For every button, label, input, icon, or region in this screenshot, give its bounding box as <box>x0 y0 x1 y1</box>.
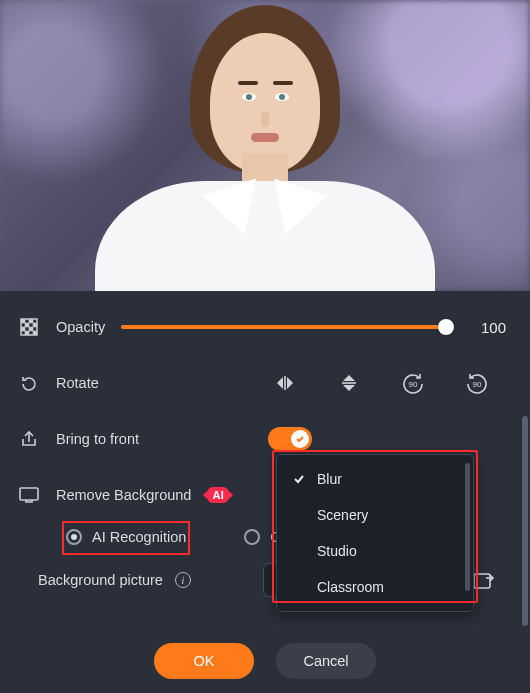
svg-rect-8 <box>33 331 37 335</box>
opacity-icon <box>18 318 40 336</box>
panel-scrollbar[interactable] <box>522 298 528 628</box>
cancel-button[interactable]: Cancel <box>276 643 376 679</box>
svg-rect-14 <box>474 574 490 588</box>
rotate-right-90-icon[interactable]: 90 <box>462 368 492 398</box>
svg-rect-13 <box>20 488 38 500</box>
rotate-row: Rotate 90 90 <box>18 355 512 411</box>
svg-rect-4 <box>33 323 37 327</box>
radio-ai-recognition[interactable]: AI Recognition <box>66 529 186 545</box>
svg-rect-7 <box>25 331 29 335</box>
rotate-left-90-icon[interactable]: 90 <box>398 368 428 398</box>
dialog-footer: OK Cancel <box>0 643 530 679</box>
dropdown-item-label: Classroom <box>317 579 384 595</box>
dropdown-item-classroom[interactable]: Classroom <box>277 569 473 605</box>
dropdown-item-label: Studio <box>317 543 357 559</box>
opacity-row: Opacity 100 <box>18 299 512 355</box>
rotate-label: Rotate <box>56 375 99 391</box>
dropdown-item-studio[interactable]: Studio <box>277 533 473 569</box>
dropdown-item-scenery[interactable]: Scenery <box>277 497 473 533</box>
flip-vertical-icon[interactable] <box>334 368 364 398</box>
svg-rect-5 <box>21 327 25 331</box>
ai-badge: AI <box>207 487 229 503</box>
ok-button-label: OK <box>194 653 215 669</box>
svg-rect-3 <box>25 323 29 327</box>
rotate-icon <box>18 374 40 392</box>
info-icon[interactable]: i <box>175 572 191 588</box>
subject-portrait <box>115 21 415 291</box>
svg-rect-1 <box>21 319 25 323</box>
remove-background-label: Remove Background <box>56 487 191 503</box>
cancel-button-label: Cancel <box>303 653 348 669</box>
remove-background-icon <box>18 487 40 503</box>
video-preview <box>0 0 530 291</box>
bring-to-front-toggle[interactable] <box>268 427 312 451</box>
svg-rect-10 <box>342 382 356 384</box>
svg-rect-2 <box>29 319 33 323</box>
svg-text:90: 90 <box>473 380 482 389</box>
dropdown-scrollbar[interactable] <box>465 463 470 591</box>
dropdown-item-blur[interactable]: Blur <box>277 461 473 497</box>
bring-to-front-icon <box>18 430 40 448</box>
opacity-label: Opacity <box>56 319 105 335</box>
background-picture-label: Background picture <box>38 572 163 588</box>
svg-rect-6 <box>29 327 33 331</box>
toggle-knob <box>291 430 309 448</box>
bring-to-front-label: Bring to front <box>56 431 139 447</box>
radio-ai-recognition-label: AI Recognition <box>92 529 186 545</box>
opacity-slider[interactable] <box>121 325 446 329</box>
flip-horizontal-icon[interactable] <box>270 368 300 398</box>
opacity-value: 100 <box>462 319 512 336</box>
dropdown-item-label: Blur <box>317 471 342 487</box>
svg-text:90: 90 <box>409 380 418 389</box>
check-icon <box>291 473 307 485</box>
background-picture-dropdown: Blur Scenery Studio Classroom <box>276 454 474 612</box>
svg-rect-9 <box>284 376 286 390</box>
ok-button[interactable]: OK <box>154 643 254 679</box>
dropdown-item-label: Scenery <box>317 507 368 523</box>
